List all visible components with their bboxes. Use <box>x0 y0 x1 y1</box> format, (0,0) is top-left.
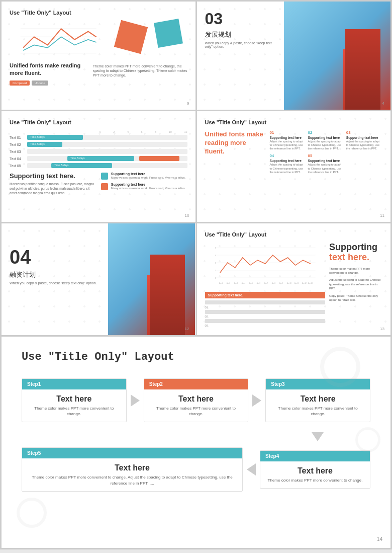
section-num-03: 03 <box>205 10 276 28</box>
svg-text:Apr5: Apr5 <box>249 282 252 284</box>
cell-num-02: 02 <box>308 130 344 135</box>
svg-text:3: 3 <box>215 262 216 264</box>
down-arrow-wrapper <box>22 432 370 441</box>
support-title-1: Supporting text here <box>111 172 186 176</box>
cell-num-03: 03 <box>346 130 382 135</box>
gantt-row-3: Text 03 <box>10 149 187 154</box>
step-2-title: Text here <box>144 389 248 406</box>
arrow-left-icon <box>247 463 256 476</box>
slide-2-building <box>284 2 390 110</box>
right-text-2: Adjust the spacing to adapt to Chinese t… <box>329 278 382 290</box>
support-icon-orange <box>101 183 108 190</box>
svg-text:Apr8: Apr8 <box>271 282 275 284</box>
cell-desc-05: Adjust the spacing to adapt to Chinese t… <box>308 163 344 174</box>
cell-num-01: 01 <box>269 130 306 135</box>
slide-4-title: Use "Title Only" Layout <box>205 119 383 125</box>
step-5-wrapper: Step5 Text here Theme color makes PPT mo… <box>22 447 243 491</box>
step-4-header: Step4 <box>260 451 370 461</box>
page-num: 14 <box>377 536 382 542</box>
slide-4: Use "Title Only" Layout Unified fonts ma… <box>197 111 391 222</box>
shape-chart <box>112 21 183 56</box>
svg-text:Apr7: Apr7 <box>264 282 267 284</box>
gantt-row-1: Text 01 Time, 5 days <box>10 135 187 140</box>
supporting-bar: Supporting text here. <box>205 292 325 298</box>
cell-03: 03 Supporting text here Adjust the spaci… <box>346 130 382 150</box>
unified-title: Unified fonts make reading more fluent. <box>205 130 266 156</box>
step-1-header: Step1 <box>22 379 126 389</box>
step-1-wrapper: Step1 Text here Theme color makes PPT mo… <box>22 378 127 422</box>
step-5-title: Text here <box>22 458 242 475</box>
step-3-title: Text here <box>266 389 370 406</box>
slide-2-left: 03 发展规划 When you copy & paste, choose "k… <box>197 2 284 110</box>
cell-num-04: 04 <box>269 153 306 158</box>
slide-3: Use "Title Only" Layout 024681012 Text 0… <box>2 111 195 222</box>
section-title-03: 发展规划 <box>205 30 276 39</box>
list-02: 02. <box>205 315 325 318</box>
cell-title-01: Supporting text here <box>269 136 306 139</box>
slide-5-building <box>108 223 195 335</box>
down-arrow <box>265 432 370 441</box>
cell-desc-02: Adjust the spacing to adapt to Chinese t… <box>308 140 344 150</box>
gantt-row-2: Text 02 Time, 5 days <box>10 142 187 147</box>
step-2-header: Step2 <box>144 379 248 389</box>
slide-6-num: 13 <box>380 327 384 331</box>
slide-1: Use "Title Only" Layout <box>2 2 195 110</box>
svg-text:Apr12: Apr12 <box>302 282 306 284</box>
slide-6-right-text: Supportingtext here. Theme color makes P… <box>329 243 382 327</box>
svg-text:Apr1: Apr1 <box>219 282 222 284</box>
step-1-desc: Theme color makes PPT more convenient to… <box>22 406 126 422</box>
slide-6: Use "Title Only" Layout 5 4 <box>197 223 391 335</box>
step-3-wrapper: Step3 Text here Theme color makes PPT mo… <box>265 378 370 422</box>
empty-bar-1 <box>205 300 325 304</box>
svg-text:2: 2 <box>215 269 216 272</box>
step-2-wrapper: Step2 Text here Theme color makes PPT mo… <box>144 378 249 422</box>
step-5-header: Step5 <box>22 448 242 458</box>
support-grid-row2: 04 Supporting text here Adjust the spaci… <box>269 153 382 174</box>
step-4-card: Step4 Text here Theme color makes PPT mo… <box>260 450 370 489</box>
svg-text:4: 4 <box>215 254 216 257</box>
support-desc-2: Many voices essential work. Fusce sed, V… <box>111 187 186 190</box>
slide-4-num: 11 <box>380 213 384 218</box>
arrow-right-1 <box>131 394 140 407</box>
slide-5: 04 融资计划 When you copy & paste, choose "k… <box>2 223 195 335</box>
gear-deco-2 <box>17 498 47 528</box>
svg-text:Apr4: Apr4 <box>241 282 245 284</box>
support-main-title: Supporting text here. <box>10 172 96 180</box>
cell-01: 01 Supporting text here Adjust the spaci… <box>269 130 306 150</box>
slide-2: 03 发展规划 When you copy & paste, choose "k… <box>197 2 391 110</box>
step-2-desc: Theme color makes PPT more convenient to… <box>144 406 248 422</box>
empty-bar-2 <box>205 310 325 314</box>
gantt-axis: 024681012 <box>10 130 187 133</box>
support-grid-row1: 01 Supporting text here Adjust the spaci… <box>269 130 382 150</box>
list-03: 03. <box>205 324 325 327</box>
slide-1-main-text: Unified fonts make reading more fluent. <box>10 62 87 77</box>
step-1-card: Step1 Text here Theme color makes PPT mo… <box>22 378 127 422</box>
step-4-title: Text here <box>260 461 370 478</box>
empty-bar-3 <box>205 319 325 323</box>
cell-desc-03: Adjust the spacing to adapt to Chinese t… <box>346 140 382 150</box>
cell-desc-01: Adjust the spacing to adapt to Chinese t… <box>269 140 306 150</box>
compared-btn[interactable]: Compared <box>10 81 30 86</box>
svg-text:1: 1 <box>215 277 216 279</box>
slide-3-title: Use "Title Only" Layout <box>10 119 187 125</box>
arrow-left-wrapper <box>247 463 256 476</box>
undone-btn[interactable]: Undone <box>32 81 48 86</box>
step-2-card: Step2 Text here Theme color makes PPT mo… <box>144 378 249 422</box>
section-desc-04: When you copy & paste, choose "keep text… <box>10 281 100 285</box>
cell-title-02: Supporting text here <box>308 136 344 139</box>
slide-1-sub-text: Theme color makes PPT more convenient to… <box>93 64 187 77</box>
svg-text:5: 5 <box>215 247 216 249</box>
svg-text:Apr10: Apr10 <box>286 282 291 284</box>
list-01: 01. <box>205 306 209 309</box>
step-4-wrapper: Step4 Text here Theme color makes PPT mo… <box>260 450 370 489</box>
big-slide: Use "Title Only" Layout Step1 Text here … <box>2 337 390 548</box>
step-3-desc: Theme color makes PPT more convenient to… <box>266 406 370 422</box>
slide-1-num: 9 <box>187 101 189 106</box>
arrow-down-icon <box>312 432 324 441</box>
gear-deco-3 <box>355 427 380 452</box>
arrow-right-2 <box>252 394 261 407</box>
step-3-card: Step3 Text here Theme color makes PPT mo… <box>265 378 370 422</box>
orange-shape <box>114 20 148 54</box>
building-1 <box>345 29 380 110</box>
cell-title-05: Supporting text here <box>308 159 344 163</box>
